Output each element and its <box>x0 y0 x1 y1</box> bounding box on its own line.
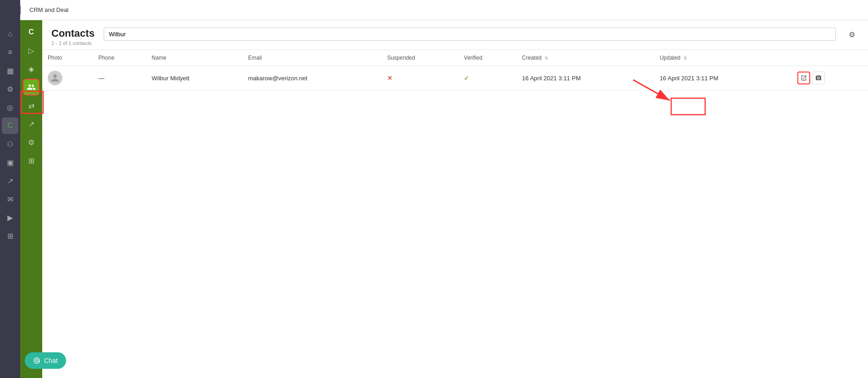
col-verified: Verified <box>458 50 516 66</box>
col-name: Name <box>146 50 243 66</box>
chat-button-label: Chat <box>44 357 58 364</box>
secondary-grid-icon[interactable]: ⊞ <box>23 152 39 169</box>
nav-person-search-icon[interactable]: ⚇ <box>2 136 18 152</box>
cell-verified: ✓ <box>458 66 516 90</box>
search-bar-area <box>104 28 836 41</box>
header-actions: ⚙ <box>845 28 859 41</box>
verified-icon: ✓ <box>464 74 469 82</box>
secondary-nav: C ▷ ◈ ⇄ ↗ ⚙ ⊞ <box>20 20 42 378</box>
row-actions <box>797 72 862 84</box>
contacts-subtitle: 1 - 1 of 1 contacts <box>51 40 95 46</box>
app-title: CRM and Deal <box>29 6 68 13</box>
col-created[interactable]: Created ⇅ <box>517 50 654 66</box>
avatar <box>48 71 62 85</box>
nav-grid-icon[interactable]: ⊞ <box>2 228 18 244</box>
cell-row-actions <box>792 66 868 90</box>
top-bar: C CRM and Deal <box>0 0 868 20</box>
secondary-chart-icon[interactable]: ↗ <box>23 116 39 132</box>
chat-button[interactable]: Chat <box>25 352 66 369</box>
col-updated[interactable]: Updated ⇅ <box>654 50 792 66</box>
secondary-box3d-icon[interactable]: ◈ <box>23 61 39 77</box>
table-row: — Wilbur Midyett makarow@verizon.net ✕ ✓ <box>42 66 868 90</box>
col-email: Email <box>243 50 382 66</box>
nav-mail-icon[interactable]: ✉ <box>2 191 18 207</box>
secondary-transfer-icon[interactable]: ⇄ <box>23 97 39 114</box>
col-photo: Photo <box>42 50 93 66</box>
nav-printer-icon[interactable]: ▣ <box>2 154 18 171</box>
content-area: Contacts 1 - 1 of 1 contacts ⚙ Photo <box>42 20 868 378</box>
cell-created: 16 April 2021 3:11 PM <box>517 66 654 90</box>
secondary-pipeline-icon[interactable]: ▷ <box>23 42 39 59</box>
secondary-settings-icon[interactable]: ⚙ <box>23 134 39 150</box>
nav-crm-icon[interactable]: C <box>2 117 18 134</box>
cell-name: Wilbur Midyett <box>146 66 243 90</box>
nav-video-icon[interactable]: ▶ <box>2 209 18 226</box>
nav-globe-icon[interactable]: ◎ <box>2 99 18 116</box>
nav-inbox-icon[interactable]: ≡ <box>2 44 18 61</box>
created-sort-icon: ⇅ <box>545 56 548 61</box>
contacts-header: Contacts 1 - 1 of 1 contacts ⚙ <box>42 20 868 50</box>
table-header-row: Photo Phone Name Email Suspended <box>42 50 868 66</box>
contacts-table: Photo Phone Name Email Suspended <box>42 50 868 378</box>
cell-updated: 16 April 2021 3:11 PM <box>654 66 792 90</box>
col-actions <box>792 50 868 66</box>
cell-photo <box>42 66 93 90</box>
nav-settings-icon[interactable]: ⚙ <box>2 81 18 97</box>
far-left-nav: ⌂ ≡ ▦ ⚙ ◎ C ⚇ ▣ ↗ ✉ ▶ ⊞ <box>0 0 20 378</box>
contacts-title-area: Contacts 1 - 1 of 1 contacts <box>51 28 95 46</box>
camera-button[interactable] <box>812 72 825 84</box>
cell-phone: — <box>93 66 146 90</box>
updated-sort-icon: ⇅ <box>684 56 687 61</box>
nav-home-icon[interactable]: ⌂ <box>2 26 18 42</box>
chat-icon <box>33 357 40 364</box>
suspended-icon: ✕ <box>387 74 393 82</box>
open-record-button[interactable] <box>797 72 810 84</box>
page-title: Contacts <box>51 28 95 39</box>
cell-suspended: ✕ <box>382 66 458 90</box>
col-phone: Phone <box>93 50 146 66</box>
cell-email: makarow@verizon.net <box>243 66 382 90</box>
nav-chart2-icon[interactable]: ↗ <box>2 172 18 189</box>
nav-analytics-icon[interactable]: ▦ <box>2 62 18 79</box>
settings-gear-button[interactable]: ⚙ <box>845 28 859 41</box>
secondary-contacts-icon[interactable] <box>23 79 39 95</box>
secondary-crm-home[interactable]: C <box>23 24 39 40</box>
search-input[interactable] <box>104 28 836 41</box>
col-suspended: Suspended <box>382 50 458 66</box>
